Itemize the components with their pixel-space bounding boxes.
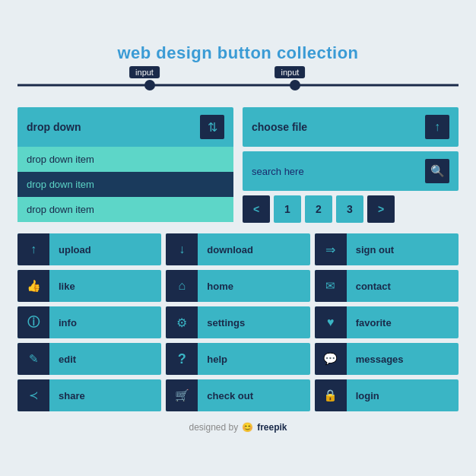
title-highlight: web design button	[117, 43, 271, 62]
upload-icon-box: ↑	[425, 115, 449, 139]
like-label: like	[49, 281, 84, 292]
dropdown-item-2[interactable]: drop down item	[17, 172, 233, 197]
favorite-button[interactable]: ♥ favorite	[315, 306, 459, 338]
share-button[interactable]: ≺ share	[17, 379, 161, 411]
like-icon: 👍	[17, 270, 49, 302]
edit-button[interactable]: ✎ edit	[17, 343, 161, 375]
dropdown-item-3[interactable]: drop down item	[17, 197, 233, 222]
checkout-icon: 🛒	[166, 379, 198, 411]
upload-button[interactable]: ↑ upload	[17, 233, 161, 265]
help-icon: ?	[166, 343, 198, 375]
messages-button[interactable]: 💬 messages	[315, 343, 459, 375]
info-label: info	[49, 317, 86, 328]
search-icon-box: 🔍	[425, 159, 449, 183]
page-title: web design button collection	[117, 43, 358, 63]
footer: designed by 😊 freepik	[189, 422, 287, 433]
dropdown-header-text: drop down	[27, 121, 81, 133]
checkout-label: check out	[198, 390, 262, 401]
search-icon: 🔍	[430, 164, 445, 178]
choose-file-button[interactable]: choose file ↑	[243, 107, 459, 147]
freepik-icon: 😊	[242, 422, 253, 433]
choose-file-label: choose file	[252, 121, 307, 133]
pagination-page-3[interactable]: 3	[336, 195, 363, 223]
dropdown-arrow-btn[interactable]: ⇅	[200, 115, 224, 139]
edit-label: edit	[49, 354, 85, 365]
main-area: drop down ⇅ drop down item drop down ite…	[17, 107, 459, 223]
download-label: download	[198, 244, 262, 255]
pagination: < 1 2 3 >	[243, 195, 459, 223]
slider-thumb-1[interactable]: input	[144, 80, 155, 90]
help-label: help	[198, 354, 236, 365]
settings-label: settings	[198, 317, 254, 328]
like-button[interactable]: 👍 like	[17, 270, 161, 302]
upload-label: upload	[49, 244, 100, 255]
login-label: login	[347, 390, 389, 401]
pagination-page-1[interactable]: 1	[274, 195, 301, 223]
slider-label-1: input	[129, 66, 160, 78]
contact-icon: ✉	[315, 270, 347, 302]
action-buttons-grid: ↑ upload ↓ download ⇒ sign out 👍 like ⌂ …	[17, 233, 459, 411]
login-icon: 🔒	[315, 379, 347, 411]
slider-thumb-2[interactable]: input	[290, 80, 300, 90]
slider-label-2: input	[274, 66, 305, 78]
info-icon: ⓘ	[17, 306, 49, 338]
sign-out-icon: ⇒	[315, 233, 347, 265]
contact-label: contact	[347, 281, 400, 292]
home-label: home	[198, 281, 243, 292]
footer-text: designed by	[189, 422, 238, 433]
search-button[interactable]: search here 🔍	[243, 151, 459, 191]
help-button[interactable]: ? help	[166, 343, 309, 375]
sort-icon: ⇅	[208, 120, 217, 135]
dropdown-items: drop down item drop down item drop down …	[17, 147, 233, 222]
login-button[interactable]: 🔒 login	[315, 379, 459, 411]
messages-icon: 💬	[315, 343, 347, 375]
dropdown-section: drop down ⇅ drop down item drop down ite…	[17, 107, 233, 223]
slider-track	[17, 84, 459, 87]
upload-icon: ↑	[434, 120, 440, 134]
sliders-row: input input	[17, 74, 459, 97]
upload-action-icon: ↑	[17, 233, 49, 265]
pagination-next[interactable]: >	[367, 195, 395, 223]
info-button[interactable]: ⓘ info	[17, 306, 161, 338]
search-label: search here	[252, 166, 304, 177]
right-section: choose file ↑ search here 🔍 < 1 2 3 >	[243, 107, 459, 223]
download-button[interactable]: ↓ download	[166, 233, 309, 265]
dropdown-header[interactable]: drop down ⇅	[17, 107, 233, 147]
settings-icon: ⚙	[166, 306, 198, 338]
settings-button[interactable]: ⚙ settings	[166, 306, 309, 338]
share-label: share	[49, 390, 94, 401]
dropdown-item-1[interactable]: drop down item	[17, 147, 233, 172]
sign-out-button[interactable]: ⇒ sign out	[315, 233, 459, 265]
pagination-prev[interactable]: <	[243, 195, 270, 223]
edit-icon: ✎	[17, 343, 49, 375]
favorite-label: favorite	[347, 317, 401, 328]
checkout-button[interactable]: 🛒 check out	[166, 379, 309, 411]
page-wrapper: web design button collection input input…	[17, 43, 459, 433]
download-action-icon: ↓	[166, 233, 198, 265]
favorite-icon: ♥	[315, 306, 347, 338]
messages-label: messages	[347, 354, 413, 365]
home-button[interactable]: ⌂ home	[166, 270, 309, 302]
pagination-page-2[interactable]: 2	[305, 195, 332, 223]
share-icon: ≺	[17, 379, 49, 411]
contact-button[interactable]: ✉ contact	[315, 270, 459, 302]
sign-out-label: sign out	[347, 244, 404, 255]
home-icon: ⌂	[166, 270, 198, 302]
footer-brand: freepik	[257, 422, 287, 433]
